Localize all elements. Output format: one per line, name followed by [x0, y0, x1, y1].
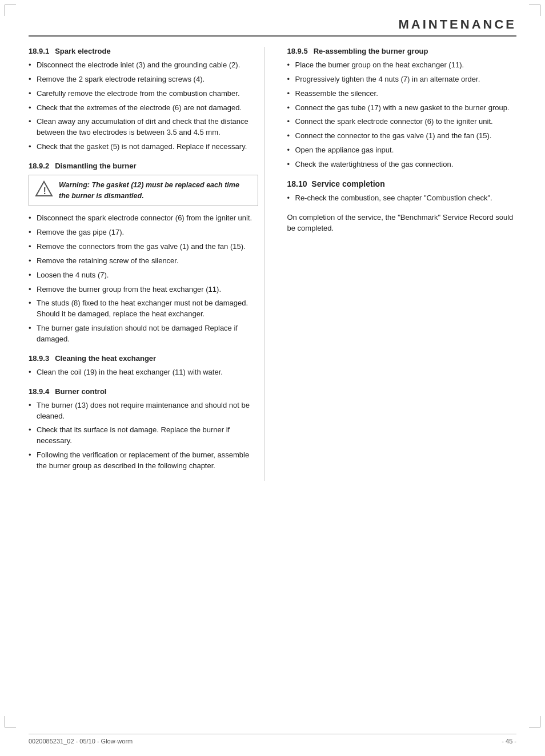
- list-item: Disconnect the spark electrode connector…: [29, 213, 258, 224]
- list-item: The burner gate insulation should not be…: [29, 323, 258, 345]
- section-18-9-4-list: The burner (13) does not require mainten…: [29, 400, 258, 472]
- section-18-9-2-title: 18.9.2Dismantling the burner: [29, 162, 258, 170]
- warning-message: Warning: The gasket (12) must be replace…: [59, 181, 239, 200]
- corner-mark-bl: [5, 716, 16, 727]
- warning-icon: !: [35, 180, 53, 198]
- section-18-9-5-title: 18.9.5Re-assembling the burner group: [287, 47, 517, 55]
- page-title: MAINTENANCE: [29, 17, 516, 32]
- left-column: 18.9.1Spark electrode Disconnect the ele…: [29, 47, 265, 481]
- list-item: Open the appliance gas input.: [287, 145, 517, 156]
- list-item: The burner (13) does not require mainten…: [29, 400, 258, 422]
- list-item: Loosen the 4 nuts (7).: [29, 270, 258, 281]
- list-item: Clean away any accumulation of dirt and …: [29, 116, 258, 138]
- list-item: Remove the retaining screw of the silenc…: [29, 256, 258, 267]
- corner-mark-br: [529, 716, 540, 727]
- corner-mark-tr: [529, 5, 540, 16]
- section-18-9-3-list: Clean the coil (19) in the heat exchange…: [29, 367, 258, 378]
- section-18-9-1-title: 18.9.1Spark electrode: [29, 47, 258, 55]
- service-completion-text: On completion of the service, the "Bench…: [287, 212, 517, 234]
- warning-box: ! Warning: The gasket (12) must be repla…: [29, 175, 258, 207]
- section-18-9-2: 18.9.2Dismantling the burner ! Warning: …: [29, 162, 258, 345]
- list-item: Check the watertightness of the gas conn…: [287, 159, 517, 170]
- list-item: Connect the spark electrode connector (6…: [287, 116, 517, 127]
- list-item: The studs (8) fixed to the heat exchange…: [29, 298, 258, 320]
- list-item: Clean the coil (19) in the heat exchange…: [29, 367, 258, 378]
- list-item: Following the verification or replacemen…: [29, 450, 258, 472]
- list-item: Place the burner group on the heat excha…: [287, 60, 517, 71]
- section-18-9-4-title: 18.9.4Burner control: [29, 387, 258, 396]
- right-column: 18.9.5Re-assembling the burner group Pla…: [285, 47, 517, 481]
- section-18-10: 18.10 Service completion Re-check the co…: [287, 179, 517, 234]
- warning-text: Warning: The gasket (12) must be replace…: [59, 180, 252, 202]
- list-item: Reassemble the silencer.: [287, 89, 517, 99]
- list-item: Progressively tighten the 4 nuts (7) in …: [287, 74, 517, 85]
- list-item: Remove the gas pipe (17).: [29, 227, 258, 238]
- svg-text:!: !: [43, 186, 46, 196]
- section-18-9-5-list: Place the burner group on the heat excha…: [287, 60, 517, 170]
- section-18-10-list: Re-check the combustion, see chapter "Co…: [287, 193, 517, 204]
- footer-right: - 45 -: [502, 738, 516, 745]
- section-18-10-title: 18.10 Service completion: [287, 179, 517, 188]
- list-item: Remove the burner group from the heat ex…: [29, 284, 258, 295]
- list-item: Remove the 2 spark electrode retaining s…: [29, 74, 258, 85]
- content-columns: 18.9.1Spark electrode Disconnect the ele…: [29, 47, 516, 481]
- list-item: Connect the gas tube (17) with a new gas…: [287, 103, 517, 114]
- warning-triangle-icon: !: [35, 180, 53, 198]
- list-item: Remove the connectors from the gas valve…: [29, 242, 258, 252]
- list-item: Connect the connector to the gas valve (…: [287, 131, 517, 142]
- list-item: Check that the extremes of the electrode…: [29, 103, 258, 114]
- list-item: Check that the gasket (5) is not damaged…: [29, 142, 258, 152]
- section-18-9-1-list: Disconnect the electrode inlet (3) and t…: [29, 60, 258, 152]
- page: MAINTENANCE 18.9.1Spark electrode Discon…: [0, 0, 545, 756]
- corner-mark-tl: [5, 5, 16, 16]
- footer: 0020085231_02 - 05/10 - Glow-worm - 45 -: [29, 734, 516, 745]
- list-item: Re-check the combustion, see chapter "Co…: [287, 193, 517, 204]
- list-item: Carefully remove the electrode from the …: [29, 89, 258, 99]
- footer-left: 0020085231_02 - 05/10 - Glow-worm: [29, 738, 133, 745]
- section-18-9-4: 18.9.4Burner control The burner (13) doe…: [29, 387, 258, 472]
- section-18-9-2-list: Disconnect the spark electrode connector…: [29, 213, 258, 344]
- section-18-9-1: 18.9.1Spark electrode Disconnect the ele…: [29, 47, 258, 152]
- header-rule: [29, 35, 516, 37]
- section-18-9-3-title: 18.9.3Cleaning the heat exchanger: [29, 354, 258, 363]
- section-18-9-5: 18.9.5Re-assembling the burner group Pla…: [287, 47, 517, 170]
- list-item: Check that its surface is not damage. Re…: [29, 425, 258, 447]
- section-18-9-3: 18.9.3Cleaning the heat exchanger Clean …: [29, 354, 258, 378]
- list-item: Disconnect the electrode inlet (3) and t…: [29, 60, 258, 71]
